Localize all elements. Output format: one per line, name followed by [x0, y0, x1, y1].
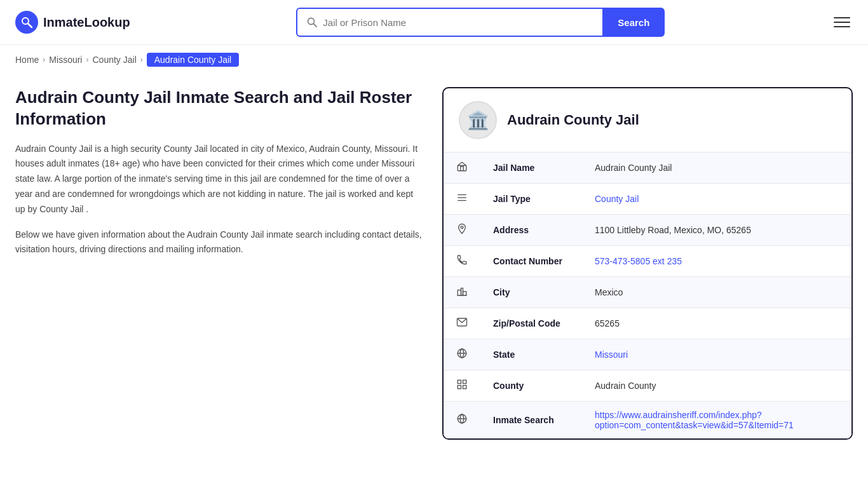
- table-row: StateMissouri: [444, 339, 851, 370]
- breadcrumb-home[interactable]: Home: [15, 55, 39, 65]
- row-icon: [444, 370, 480, 402]
- row-link[interactable]: 573-473-5805 ext 235: [595, 256, 682, 266]
- row-label: City: [480, 277, 582, 308]
- row-value[interactable]: https://www.audrainsheriff.com/index.php…: [582, 402, 851, 439]
- svg-rect-18: [458, 386, 461, 389]
- row-label: Jail Type: [480, 184, 582, 215]
- row-icon: [444, 184, 480, 215]
- svg-line-1: [28, 24, 32, 27]
- logo-link[interactable]: InmateLookup: [15, 11, 130, 34]
- search-input[interactable]: [323, 17, 593, 28]
- row-icon: [444, 308, 480, 339]
- row-value: Mexico: [582, 277, 851, 308]
- row-icon: [444, 277, 480, 308]
- row-icon: [444, 402, 480, 439]
- row-icon: [444, 152, 480, 184]
- card-header: 🏛️ Audrain County Jail: [444, 88, 851, 152]
- row-value[interactable]: Missouri: [582, 339, 851, 370]
- header: InmateLookup Search: [0, 0, 868, 45]
- hamburger-line-3: [834, 26, 850, 27]
- search-icon: [306, 17, 318, 28]
- svg-rect-16: [458, 380, 461, 383]
- search-bar: Search: [296, 8, 665, 37]
- page-title: Audrain County Jail Inmate Search and Ja…: [15, 87, 422, 130]
- row-value: Audrain County: [582, 370, 851, 402]
- row-link[interactable]: County Jail: [595, 194, 639, 204]
- search-button[interactable]: Search: [602, 8, 665, 37]
- row-label: Jail Name: [480, 152, 582, 184]
- row-icon: [444, 215, 480, 246]
- hamburger-line-1: [834, 17, 850, 18]
- row-value[interactable]: County Jail: [582, 184, 851, 215]
- hamburger-menu[interactable]: [831, 15, 853, 30]
- svg-rect-11: [463, 292, 466, 295]
- card-title: Audrain County Jail: [507, 112, 639, 128]
- row-label: Address: [480, 215, 582, 246]
- table-row: Inmate Searchhttps://www.audrainsheriff.…: [444, 402, 851, 439]
- breadcrumb-county-jail[interactable]: County Jail: [92, 55, 136, 65]
- row-value: 1100 Littleby Road, Mexico, MO, 65265: [582, 215, 851, 246]
- chevron-icon-3: ›: [140, 55, 143, 64]
- row-label: County: [480, 370, 582, 402]
- svg-point-8: [461, 226, 463, 229]
- row-value[interactable]: 573-473-5805 ext 235: [582, 246, 851, 277]
- chevron-icon-2: ›: [86, 55, 88, 64]
- breadcrumb-state[interactable]: Missouri: [49, 55, 82, 65]
- row-label: State: [480, 339, 582, 370]
- card-logo: 🏛️: [459, 101, 497, 139]
- svg-rect-9: [458, 290, 461, 295]
- logo-text: InmateLookup: [43, 15, 130, 30]
- table-row: Jail TypeCounty Jail: [444, 184, 851, 215]
- svg-rect-17: [463, 380, 466, 383]
- breadcrumb: Home › Missouri › County Jail › Audrain …: [0, 45, 868, 74]
- row-icon: [444, 246, 480, 277]
- row-value: Audrain County Jail: [582, 152, 851, 184]
- svg-rect-19: [463, 386, 466, 389]
- logo-icon: [15, 11, 38, 34]
- table-row: Zip/Postal Code65265: [444, 308, 851, 339]
- search-input-wrap: [296, 8, 602, 37]
- chevron-icon-1: ›: [43, 55, 45, 64]
- hamburger-line-2: [834, 22, 850, 23]
- main-content: Audrain County Jail Inmate Search and Ja…: [0, 74, 868, 465]
- row-label: Zip/Postal Code: [480, 308, 582, 339]
- breadcrumb-current: Audrain County Jail: [147, 53, 239, 67]
- table-row: Address1100 Littleby Road, Mexico, MO, 6…: [444, 215, 851, 246]
- info-card: 🏛️ Audrain County Jail Jail NameAudrain …: [442, 87, 853, 440]
- svg-line-3: [314, 24, 317, 27]
- info-table: Jail NameAudrain County JailJail TypeCou…: [444, 152, 851, 438]
- table-row: CityMexico: [444, 277, 851, 308]
- row-label: Inmate Search: [480, 402, 582, 439]
- row-value: 65265: [582, 308, 851, 339]
- row-label: Contact Number: [480, 246, 582, 277]
- row-link[interactable]: Missouri: [595, 349, 628, 360]
- table-row: Contact Number573-473-5805 ext 235: [444, 246, 851, 277]
- table-row: CountyAudrain County: [444, 370, 851, 402]
- table-row: Jail NameAudrain County Jail: [444, 152, 851, 184]
- page-description-1: Audrain County Jail is a high security C…: [15, 142, 422, 217]
- page-description-2: Below we have given information about th…: [15, 227, 422, 258]
- left-column: Audrain County Jail Inmate Search and Ja…: [15, 87, 422, 268]
- row-icon: [444, 339, 480, 370]
- row-link[interactable]: https://www.audrainsheriff.com/index.php…: [595, 410, 794, 430]
